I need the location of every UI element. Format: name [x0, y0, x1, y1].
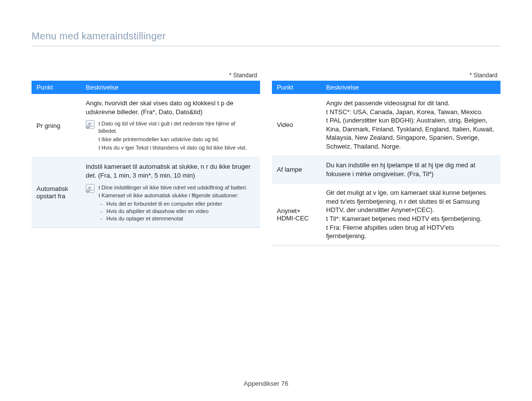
row-punkt: Af lampe	[272, 156, 321, 184]
note-item: t Dine indstillinger vil ikke blive ndre…	[99, 184, 247, 191]
bullet-item: t NTSC*: USA, Canada, Japan, Korea, Taiw…	[326, 108, 496, 117]
standard-note-right: * Standard	[272, 72, 500, 79]
row-desc: Głr det muligt at v lge, om kameraet ska…	[321, 184, 500, 246]
note-item: t Ikke alle printermodeller kan udskrive…	[99, 136, 255, 143]
page-footer: Appendikser 76	[0, 380, 532, 387]
row-main: Angiv, hvorvidt der skal vises dato og k…	[86, 99, 255, 116]
row-punkt: Pr gning	[32, 94, 81, 157]
table-row: Anynet+ HDMI-CEC Głr det muligt at v lge…	[272, 184, 500, 246]
right-column: * Standard Punkt Beskrivelse Video Angiv…	[272, 72, 500, 246]
note-list: t Dato og tid vil blive vist i gult i de…	[99, 120, 255, 152]
row-main: Głr det muligt at v lge, om kameraet ska…	[326, 188, 496, 215]
note-icon	[86, 120, 95, 129]
header-beskrivelse: Beskrivelse	[321, 81, 500, 94]
note-item: t Dato og tid vil blive vist i gult i de…	[99, 120, 255, 135]
footer-label: Appendikser	[244, 380, 279, 387]
note-list: t Dine indstillinger vil ikke blive ndre…	[99, 184, 247, 222]
header-punkt: Punkt	[32, 81, 81, 94]
note-item: t Hvis du v lger Tekst i tilstandens vil…	[99, 144, 255, 152]
row-desc: Indstil kameraet til automatisk at slukk…	[81, 157, 260, 227]
standard-note-left: * Standard	[32, 72, 260, 79]
note-subitem: Hvis du optager et stemmenotat	[99, 215, 247, 222]
row-desc: Du kan indstille en hj lpelampe til at h…	[321, 156, 500, 184]
row-punkt: Video	[272, 94, 321, 156]
header-beskrivelse: Beskrivelse	[81, 81, 260, 94]
row-punkt: Automatisk opstart fra	[32, 157, 81, 227]
page-title: Menu med kameraindstillinger	[32, 31, 500, 46]
left-table: Punkt Beskrivelse Pr gning Angiv, hvorvi…	[32, 81, 260, 228]
note-subitem: Hvis det er forbundet til en computer el…	[99, 200, 247, 208]
table-row: Pr gning Angiv, hvorvidt der skal vises …	[32, 94, 260, 157]
footer-page: 76	[281, 380, 288, 387]
table-row: Af lampe Du kan indstille en hj lpelampe…	[272, 156, 500, 184]
page: Menu med kameraindstillinger * Standard …	[0, 0, 532, 401]
note-block: t Dato og tid vil blive vist i gult i de…	[86, 120, 255, 152]
row-desc: Angiv det passende videosignal for dit l…	[321, 94, 500, 156]
note-block: t Dine indstillinger vil ikke blive ndre…	[86, 184, 255, 222]
bullet-item: t Til*: Kameraet betjenes med HDTV ets f…	[326, 215, 496, 223]
row-punkt: Anynet+ HDMI-CEC	[272, 184, 321, 246]
table-row: Video Angiv det passende videosignal for…	[272, 94, 500, 156]
note-item: t Kameraet vil ikke automatisk slukke i …	[99, 192, 247, 199]
right-table: Punkt Beskrivelse Video Angiv det passen…	[272, 81, 500, 246]
row-main: Indstil kameraet til automatisk at slukk…	[86, 162, 255, 180]
header-punkt: Punkt	[272, 81, 321, 94]
note-subitem: Hvis du afspiller et diasshow eller en v…	[99, 208, 247, 215]
bullet-item: t Fra: Filerne afspilles uden brug af HD…	[326, 223, 496, 241]
table-row: Automatisk opstart fra Indstil kameraet …	[32, 157, 260, 227]
bullet-item: t PAL (understłtter kun BDGHI): Australi…	[326, 116, 496, 151]
row-main: Angiv det passende videosignal for dit l…	[326, 99, 496, 108]
note-icon	[86, 184, 95, 193]
content-columns: * Standard Punkt Beskrivelse Pr gning An…	[32, 72, 500, 246]
row-desc: Angiv, hvorvidt der skal vises dato og k…	[81, 94, 260, 157]
row-main: Du kan indstille en hj lpelampe til at h…	[326, 161, 496, 178]
left-column: * Standard Punkt Beskrivelse Pr gning An…	[32, 72, 260, 246]
